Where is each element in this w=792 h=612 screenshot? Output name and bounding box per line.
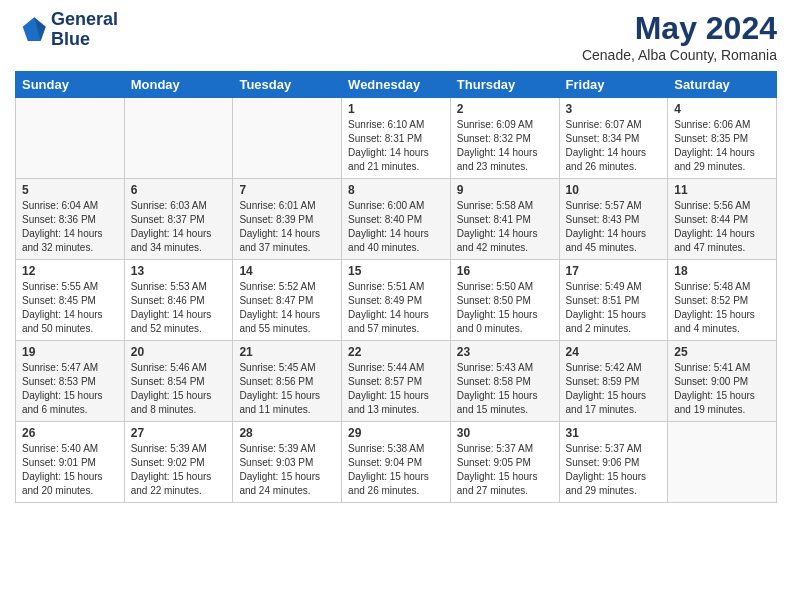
page-header: General Blue May 2024 Cenade, Alba Count… (15, 10, 777, 63)
day-number: 22 (348, 345, 444, 359)
week-row-4: 19Sunrise: 5:47 AM Sunset: 8:53 PM Dayli… (16, 341, 777, 422)
week-row-2: 5Sunrise: 6:04 AM Sunset: 8:36 PM Daylig… (16, 179, 777, 260)
day-number: 15 (348, 264, 444, 278)
day-info: Sunrise: 6:09 AM Sunset: 8:32 PM Dayligh… (457, 118, 553, 174)
day-info: Sunrise: 6:07 AM Sunset: 8:34 PM Dayligh… (566, 118, 662, 174)
day-header-wednesday: Wednesday (342, 72, 451, 98)
day-info: Sunrise: 6:06 AM Sunset: 8:35 PM Dayligh… (674, 118, 770, 174)
calendar-cell: 1Sunrise: 6:10 AM Sunset: 8:31 PM Daylig… (342, 98, 451, 179)
day-header-friday: Friday (559, 72, 668, 98)
day-number: 27 (131, 426, 227, 440)
day-number: 21 (239, 345, 335, 359)
day-number: 2 (457, 102, 553, 116)
day-number: 17 (566, 264, 662, 278)
day-info: Sunrise: 5:55 AM Sunset: 8:45 PM Dayligh… (22, 280, 118, 336)
day-info: Sunrise: 5:45 AM Sunset: 8:56 PM Dayligh… (239, 361, 335, 417)
calendar-cell: 21Sunrise: 5:45 AM Sunset: 8:56 PM Dayli… (233, 341, 342, 422)
day-info: Sunrise: 5:39 AM Sunset: 9:03 PM Dayligh… (239, 442, 335, 498)
calendar-cell: 30Sunrise: 5:37 AM Sunset: 9:05 PM Dayli… (450, 422, 559, 503)
calendar-table: SundayMondayTuesdayWednesdayThursdayFrid… (15, 71, 777, 503)
day-header-tuesday: Tuesday (233, 72, 342, 98)
calendar-cell: 20Sunrise: 5:46 AM Sunset: 8:54 PM Dayli… (124, 341, 233, 422)
week-row-3: 12Sunrise: 5:55 AM Sunset: 8:45 PM Dayli… (16, 260, 777, 341)
day-number: 4 (674, 102, 770, 116)
calendar-cell: 19Sunrise: 5:47 AM Sunset: 8:53 PM Dayli… (16, 341, 125, 422)
day-number: 11 (674, 183, 770, 197)
calendar-cell: 7Sunrise: 6:01 AM Sunset: 8:39 PM Daylig… (233, 179, 342, 260)
day-info: Sunrise: 5:46 AM Sunset: 8:54 PM Dayligh… (131, 361, 227, 417)
day-number: 30 (457, 426, 553, 440)
calendar-cell: 24Sunrise: 5:42 AM Sunset: 8:59 PM Dayli… (559, 341, 668, 422)
day-info: Sunrise: 6:10 AM Sunset: 8:31 PM Dayligh… (348, 118, 444, 174)
calendar-cell: 18Sunrise: 5:48 AM Sunset: 8:52 PM Dayli… (668, 260, 777, 341)
calendar-cell: 27Sunrise: 5:39 AM Sunset: 9:02 PM Dayli… (124, 422, 233, 503)
day-number: 7 (239, 183, 335, 197)
day-info: Sunrise: 5:52 AM Sunset: 8:47 PM Dayligh… (239, 280, 335, 336)
day-number: 31 (566, 426, 662, 440)
day-info: Sunrise: 6:00 AM Sunset: 8:40 PM Dayligh… (348, 199, 444, 255)
calendar-cell: 28Sunrise: 5:39 AM Sunset: 9:03 PM Dayli… (233, 422, 342, 503)
day-info: Sunrise: 5:38 AM Sunset: 9:04 PM Dayligh… (348, 442, 444, 498)
calendar-cell: 5Sunrise: 6:04 AM Sunset: 8:36 PM Daylig… (16, 179, 125, 260)
day-number: 24 (566, 345, 662, 359)
day-info: Sunrise: 5:44 AM Sunset: 8:57 PM Dayligh… (348, 361, 444, 417)
calendar-cell: 12Sunrise: 5:55 AM Sunset: 8:45 PM Dayli… (16, 260, 125, 341)
calendar-cell (233, 98, 342, 179)
day-info: Sunrise: 5:47 AM Sunset: 8:53 PM Dayligh… (22, 361, 118, 417)
day-info: Sunrise: 6:03 AM Sunset: 8:37 PM Dayligh… (131, 199, 227, 255)
calendar-cell: 15Sunrise: 5:51 AM Sunset: 8:49 PM Dayli… (342, 260, 451, 341)
day-number: 20 (131, 345, 227, 359)
day-header-thursday: Thursday (450, 72, 559, 98)
calendar-cell: 25Sunrise: 5:41 AM Sunset: 9:00 PM Dayli… (668, 341, 777, 422)
calendar-cell: 11Sunrise: 5:56 AM Sunset: 8:44 PM Dayli… (668, 179, 777, 260)
day-info: Sunrise: 5:58 AM Sunset: 8:41 PM Dayligh… (457, 199, 553, 255)
calendar-cell: 16Sunrise: 5:50 AM Sunset: 8:50 PM Dayli… (450, 260, 559, 341)
day-info: Sunrise: 5:42 AM Sunset: 8:59 PM Dayligh… (566, 361, 662, 417)
main-title: May 2024 (582, 10, 777, 47)
day-number: 13 (131, 264, 227, 278)
day-number: 9 (457, 183, 553, 197)
day-info: Sunrise: 5:51 AM Sunset: 8:49 PM Dayligh… (348, 280, 444, 336)
calendar-cell: 2Sunrise: 6:09 AM Sunset: 8:32 PM Daylig… (450, 98, 559, 179)
day-info: Sunrise: 5:40 AM Sunset: 9:01 PM Dayligh… (22, 442, 118, 498)
day-number: 10 (566, 183, 662, 197)
calendar-cell: 29Sunrise: 5:38 AM Sunset: 9:04 PM Dayli… (342, 422, 451, 503)
week-row-5: 26Sunrise: 5:40 AM Sunset: 9:01 PM Dayli… (16, 422, 777, 503)
day-number: 26 (22, 426, 118, 440)
calendar-cell: 8Sunrise: 6:00 AM Sunset: 8:40 PM Daylig… (342, 179, 451, 260)
logo: General Blue (15, 10, 118, 50)
calendar-cell (668, 422, 777, 503)
day-number: 19 (22, 345, 118, 359)
day-number: 1 (348, 102, 444, 116)
day-info: Sunrise: 6:04 AM Sunset: 8:36 PM Dayligh… (22, 199, 118, 255)
day-info: Sunrise: 5:56 AM Sunset: 8:44 PM Dayligh… (674, 199, 770, 255)
day-info: Sunrise: 5:37 AM Sunset: 9:06 PM Dayligh… (566, 442, 662, 498)
calendar-cell: 3Sunrise: 6:07 AM Sunset: 8:34 PM Daylig… (559, 98, 668, 179)
day-header-sunday: Sunday (16, 72, 125, 98)
day-number: 5 (22, 183, 118, 197)
day-info: Sunrise: 5:39 AM Sunset: 9:02 PM Dayligh… (131, 442, 227, 498)
calendar-cell: 22Sunrise: 5:44 AM Sunset: 8:57 PM Dayli… (342, 341, 451, 422)
calendar-cell (124, 98, 233, 179)
calendar-cell: 23Sunrise: 5:43 AM Sunset: 8:58 PM Dayli… (450, 341, 559, 422)
day-number: 23 (457, 345, 553, 359)
day-number: 25 (674, 345, 770, 359)
day-number: 29 (348, 426, 444, 440)
calendar-cell: 6Sunrise: 6:03 AM Sunset: 8:37 PM Daylig… (124, 179, 233, 260)
logo-icon (15, 14, 47, 46)
day-number: 28 (239, 426, 335, 440)
week-row-1: 1Sunrise: 6:10 AM Sunset: 8:31 PM Daylig… (16, 98, 777, 179)
day-info: Sunrise: 5:53 AM Sunset: 8:46 PM Dayligh… (131, 280, 227, 336)
day-info: Sunrise: 5:37 AM Sunset: 9:05 PM Dayligh… (457, 442, 553, 498)
day-number: 3 (566, 102, 662, 116)
calendar-cell: 10Sunrise: 5:57 AM Sunset: 8:43 PM Dayli… (559, 179, 668, 260)
logo-text: General Blue (51, 10, 118, 50)
day-number: 18 (674, 264, 770, 278)
day-info: Sunrise: 5:49 AM Sunset: 8:51 PM Dayligh… (566, 280, 662, 336)
calendar-cell: 26Sunrise: 5:40 AM Sunset: 9:01 PM Dayli… (16, 422, 125, 503)
day-info: Sunrise: 5:57 AM Sunset: 8:43 PM Dayligh… (566, 199, 662, 255)
calendar-cell: 13Sunrise: 5:53 AM Sunset: 8:46 PM Dayli… (124, 260, 233, 341)
day-number: 6 (131, 183, 227, 197)
calendar-cell: 31Sunrise: 5:37 AM Sunset: 9:06 PM Dayli… (559, 422, 668, 503)
calendar-cell: 4Sunrise: 6:06 AM Sunset: 8:35 PM Daylig… (668, 98, 777, 179)
